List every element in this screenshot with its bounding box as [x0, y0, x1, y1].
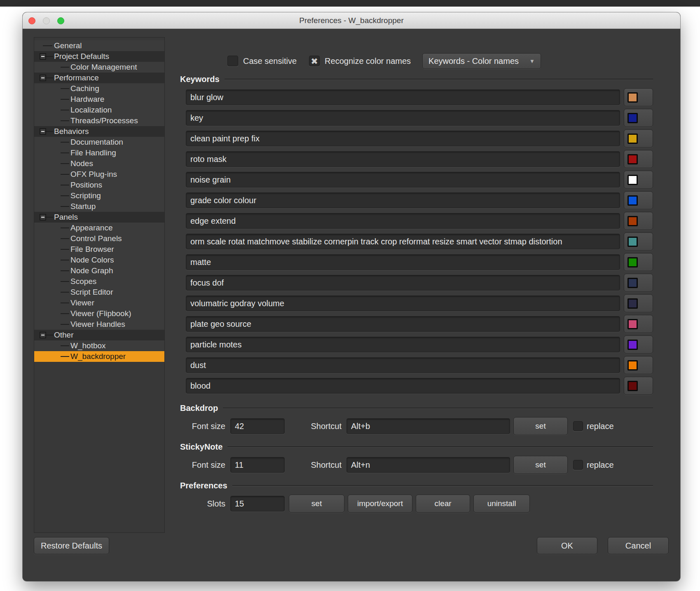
sidebar-group-project-defaults[interactable]: Project Defaults: [34, 51, 164, 62]
import-export-button[interactable]: import/export: [348, 495, 412, 513]
sidebar-item-node-colors[interactable]: Node Colors: [34, 255, 164, 265]
color-swatch-button[interactable]: [624, 274, 653, 292]
keyword-input[interactable]: [186, 151, 620, 167]
color-swatch-button[interactable]: [624, 129, 653, 148]
sidebar-item-startup[interactable]: Startup: [34, 201, 164, 212]
sidebar-item-positions[interactable]: Positions: [34, 180, 164, 190]
keyword-input[interactable]: [186, 275, 620, 291]
backdrop-set-button[interactable]: set: [513, 417, 568, 435]
color-swatch-button[interactable]: [624, 335, 653, 354]
sidebar-item-viewer[interactable]: Viewer: [34, 298, 164, 308]
close-window-icon[interactable]: [28, 17, 35, 24]
sidebar-item-scripting[interactable]: Scripting: [34, 190, 164, 201]
tree-line: [46, 131, 53, 132]
cancel-button[interactable]: Cancel: [608, 537, 669, 554]
collapse-minus-icon[interactable]: [40, 75, 46, 81]
backdrop-font-size-input[interactable]: [230, 418, 285, 434]
case-sensitive-label: Case sensitive: [243, 56, 297, 66]
color-swatch-button[interactable]: [624, 109, 653, 127]
keyword-input[interactable]: [186, 316, 620, 332]
stickynote-set-button[interactable]: set: [513, 456, 568, 474]
keyword-row: [186, 171, 653, 189]
collapse-minus-icon[interactable]: [40, 332, 46, 338]
sidebar-item-node-graph[interactable]: Node Graph: [34, 265, 164, 276]
sidebar-group-behaviors[interactable]: Behaviors: [34, 126, 164, 137]
keyword-list: [180, 88, 653, 395]
clear-button[interactable]: clear: [416, 495, 470, 513]
sidebar-item-file-browser[interactable]: File Browser: [34, 244, 164, 255]
keyword-input[interactable]: [186, 131, 620, 146]
sidebar-item-viewer-handles[interactable]: Viewer Handles: [34, 319, 164, 330]
color-swatch-button[interactable]: [624, 315, 653, 333]
keyword-input[interactable]: [186, 213, 620, 229]
color-swatch-button[interactable]: [624, 232, 653, 251]
sidebar-item-w-backdropper-selected[interactable]: W_backdropper: [34, 351, 164, 362]
color-swatch-button[interactable]: [624, 377, 653, 395]
sidebar-item-documentation[interactable]: Documentation: [34, 137, 164, 148]
color-swatch-button[interactable]: [624, 171, 653, 189]
sidebar-item-appearance[interactable]: Appearance: [34, 223, 164, 233]
color-swatch-button[interactable]: [624, 294, 653, 312]
sidebar-item-threads-processes[interactable]: Threads/Processes: [34, 115, 164, 126]
uninstall-button[interactable]: uninstall: [473, 495, 530, 513]
color-swatch-button[interactable]: [624, 356, 653, 374]
restore-defaults-button[interactable]: Restore Defaults: [34, 537, 109, 554]
sidebar-item-caching[interactable]: Caching: [34, 83, 164, 94]
slots-input[interactable]: [230, 496, 285, 511]
keyword-input[interactable]: [186, 378, 620, 394]
stickynote-replace-checkbox[interactable]: [573, 460, 583, 470]
sidebar-item-file-handling[interactable]: File Handling: [34, 148, 164, 158]
tree-line: [61, 356, 69, 357]
color-swatch-button[interactable]: [624, 150, 653, 168]
tree-line: [46, 77, 53, 78]
collapse-minus-icon[interactable]: [40, 214, 46, 220]
preferences-section-title: Preferences: [180, 481, 227, 490]
keywords-mode-dropdown[interactable]: Keywords - Color names ▼: [422, 53, 541, 69]
keyword-input[interactable]: [186, 254, 620, 270]
collapse-minus-icon[interactable]: [40, 53, 46, 60]
collapse-minus-icon[interactable]: [40, 128, 46, 135]
color-swatch-button[interactable]: [624, 212, 653, 230]
ok-button[interactable]: OK: [537, 537, 597, 554]
sidebar-item-ofx-plugins[interactable]: OFX Plug-ins: [34, 169, 164, 180]
minimize-window-icon[interactable]: [43, 17, 50, 24]
keyword-input[interactable]: [186, 192, 620, 208]
sidebar-item-scopes[interactable]: Scopes: [34, 276, 164, 287]
backdrop-replace-checkbox[interactable]: [573, 421, 583, 431]
backdrop-shortcut-input[interactable]: [346, 418, 510, 434]
sidebar-item-color-management[interactable]: Color Management: [34, 62, 164, 73]
preferences-set-button[interactable]: set: [289, 495, 344, 513]
keyword-input[interactable]: [186, 172, 620, 188]
sidebar-group-performance[interactable]: Performance: [34, 73, 164, 83]
color-swatch-button[interactable]: [624, 191, 653, 209]
stickynote-shortcut-input[interactable]: [346, 457, 510, 473]
keyword-input[interactable]: [186, 296, 620, 311]
sidebar-item-control-panels[interactable]: Control Panels: [34, 233, 164, 244]
sidebar-item-hardware[interactable]: Hardware: [34, 94, 164, 105]
keyword-input[interactable]: [186, 89, 620, 105]
keyword-input[interactable]: [186, 337, 620, 352]
keyword-input[interactable]: [186, 357, 620, 373]
color-swatch-button[interactable]: [624, 253, 653, 271]
stickynote-font-size-input[interactable]: [230, 457, 285, 473]
zoom-window-icon[interactable]: [57, 17, 64, 24]
keyword-input[interactable]: [186, 110, 620, 126]
tree-line: [61, 142, 69, 143]
color-swatch-button[interactable]: [624, 88, 653, 106]
recognize-color-names-checkbox[interactable]: ✖: [309, 56, 320, 66]
sidebar-group-other[interactable]: Other: [34, 330, 164, 340]
case-sensitive-checkbox[interactable]: [227, 56, 238, 66]
titlebar[interactable]: Preferences - W_backdropper: [23, 12, 680, 29]
sidebar-item-localization[interactable]: Localization: [34, 105, 164, 115]
sidebar-item-script-editor[interactable]: Script Editor: [34, 287, 164, 298]
sidebar-item-w-hotbox[interactable]: W_hotbox: [34, 340, 164, 351]
sidebar-group-panels[interactable]: Panels: [34, 212, 164, 223]
tree-line: [61, 174, 69, 175]
sidebar-item-viewer-flipbook[interactable]: Viewer (Flipbook): [34, 308, 164, 319]
keyword-input[interactable]: [186, 234, 620, 249]
keyword-row: [186, 88, 653, 106]
shortcut-label: Shortcut: [298, 422, 342, 431]
sidebar-item-general[interactable]: General: [34, 40, 164, 51]
keyword-row: [186, 253, 653, 271]
sidebar-item-nodes[interactable]: Nodes: [34, 158, 164, 169]
